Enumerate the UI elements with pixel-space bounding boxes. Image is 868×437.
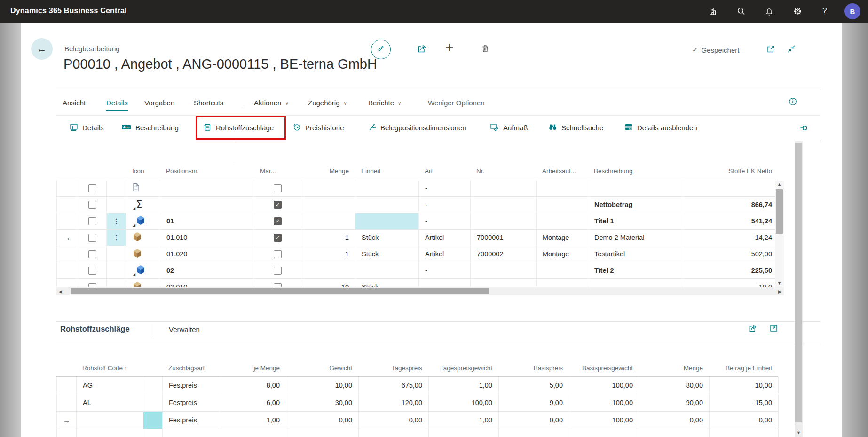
markiert-checkbox[interactable] [274, 234, 282, 242]
cell-je-menge[interactable]: 1,00 [221, 412, 286, 429]
scroll-down-arrow[interactable]: ▼ [777, 281, 781, 286]
cell-je-menge[interactable]: 6,00 [221, 394, 286, 411]
cell-basispreis[interactable]: 9,00 [499, 394, 569, 411]
cell-basispreisgewicht[interactable]: 100,00 [569, 377, 639, 394]
cell-basispreis[interactable]: 0,00 [499, 412, 569, 429]
cell-einheit[interactable]: Stück [355, 279, 419, 287]
cell-art[interactable]: Artikel [419, 230, 471, 246]
breadcrumb[interactable]: Belegbearbeitung [64, 45, 120, 53]
cell-gewicht[interactable]: 10,00 [286, 377, 359, 394]
scroll-left-arrow[interactable]: ◀ [59, 289, 62, 294]
col-header-menge[interactable]: Menge [301, 162, 355, 180]
col-header-basispreisgewicht[interactable]: Basispreisgewicht [569, 360, 639, 376]
row-select-checkbox[interactable] [88, 184, 96, 192]
back-button[interactable] [31, 38, 53, 60]
expander-icon[interactable] [133, 207, 135, 211]
scrollbar-thumb[interactable] [776, 189, 783, 234]
cell-gewicht[interactable]: 30,00 [286, 394, 359, 411]
cell-selected[interactable] [143, 412, 163, 429]
col-header-nr[interactable]: Nr. [470, 162, 536, 180]
col-header-icon[interactable]: Icon [126, 162, 160, 180]
cell-art[interactable]: - [419, 197, 471, 213]
cell-betrag-je-einheit[interactable]: 10,00 [710, 377, 779, 394]
cell-arbeitsauf[interactable] [537, 180, 588, 196]
markiert-checkbox[interactable] [274, 217, 282, 225]
cell-einheit-selected[interactable] [355, 213, 419, 229]
cell-nr[interactable] [471, 213, 537, 229]
menu-aktionen[interactable]: Aktionen∨ [254, 99, 289, 107]
cell-zuschlagsart[interactable]: Festpreis [163, 377, 221, 394]
edit-button[interactable] [371, 40, 391, 59]
cell-art[interactable]: - [419, 213, 471, 229]
cell-nr[interactable]: 7000002 [471, 246, 537, 262]
cell-beschreibung[interactable]: Titel 2 [588, 262, 682, 278]
row-select-checkbox[interactable] [88, 283, 96, 287]
col-header-positionsnr[interactable]: Positionsnr. [160, 162, 254, 180]
cell-menge[interactable]: 1 [301, 246, 355, 262]
cell-netto[interactable] [682, 180, 778, 196]
row-menu-icon[interactable] [113, 220, 120, 222]
cell-tagespreis[interactable]: 120,00 [359, 394, 429, 411]
markiert-checkbox[interactable] [274, 184, 282, 192]
cell-gewicht[interactable]: 0,00 [286, 412, 359, 429]
cell-menge[interactable]: 0,00 [639, 412, 710, 429]
share-icon[interactable] [748, 324, 757, 333]
cell-arbeitsauf[interactable]: Montage [537, 230, 588, 246]
cell-nr[interactable] [471, 180, 537, 196]
cell-rohstoff-code[interactable]: AL [77, 394, 143, 411]
cell-einheit[interactable]: Stück [355, 230, 419, 246]
toolbar-belegpositionsdimensionen-button[interactable]: Belegpositionsdimensionen [368, 122, 466, 133]
menu-weniger-optionen[interactable]: Weniger Optionen [428, 99, 485, 107]
settings-gear-icon[interactable] [793, 7, 802, 16]
cell-netto[interactable]: 14,24 [682, 230, 778, 246]
scroll-down-arrow[interactable]: ▼ [797, 430, 801, 435]
search-icon[interactable] [736, 7, 746, 16]
cell-betrag-je-einheit[interactable]: 0,00 [710, 412, 779, 429]
company-icon[interactable] [708, 7, 717, 16]
cell-einheit[interactable] [355, 197, 419, 213]
col-header-menge[interactable]: Menge [639, 360, 709, 376]
cell-zuschlagsart[interactable]: Festpreis [163, 394, 221, 411]
cell-art[interactable]: Artikel [419, 246, 471, 262]
cell-basispreisgewicht[interactable]: 100,00 [569, 412, 639, 429]
cell-menge[interactable] [301, 262, 355, 278]
markiert-checkbox[interactable] [274, 283, 282, 287]
pin-icon[interactable] [799, 123, 809, 133]
user-avatar[interactable]: B [844, 3, 860, 19]
col-header-einheit[interactable]: Einheit [355, 162, 418, 180]
delete-trash-icon[interactable] [481, 44, 490, 55]
cell-menge[interactable]: 1 [301, 230, 355, 246]
col-header-tagespreis[interactable]: Tagespreis [358, 360, 428, 376]
cell-je-menge[interactable]: 8,00 [221, 377, 286, 394]
col-header-markiert[interactable]: Mar... [254, 162, 301, 180]
cell-arbeitsauf[interactable] [537, 262, 588, 278]
col-header-stoffe-ek-netto[interactable]: Stoffe EK Netto [682, 162, 778, 180]
cell-nr[interactable] [471, 262, 537, 278]
cell-rohstoff-code[interactable] [77, 412, 143, 429]
cell-einheit[interactable] [355, 262, 419, 278]
cell-netto[interactable]: 225,50 [682, 262, 778, 278]
col-header-gewicht[interactable]: Gewicht [286, 360, 358, 376]
tab-details[interactable]: Details [106, 99, 128, 111]
toolbar-details-button[interactable]: Details [70, 122, 104, 133]
cell-arbeitsauf[interactable] [537, 279, 588, 287]
cell-menge[interactable] [301, 213, 355, 229]
cell-positionsnr[interactable]: 01 [160, 213, 254, 229]
toolbar-aufmass-button[interactable]: Aufmaß [490, 122, 528, 133]
cell-zuschlagsart[interactable]: Festpreis [163, 412, 221, 429]
cell-arbeitsauf[interactable] [537, 213, 588, 229]
cell-nr[interactable] [471, 279, 537, 287]
open-in-window-icon[interactable] [766, 44, 775, 56]
col-header-zuschlagsart[interactable]: Zuschlagsart [162, 360, 221, 376]
cell-menge[interactable]: 90,00 [639, 394, 710, 411]
verwalten-menu[interactable]: Verwalten [169, 326, 200, 334]
focus-mode-icon[interactable] [769, 324, 779, 333]
toolbar-beschreibung-button[interactable]: AbcBeschreibung [121, 122, 179, 133]
page-vertical-scrollbar[interactable]: ▼ [795, 141, 803, 437]
cell-beschreibung[interactable]: Titel 1 [588, 213, 682, 229]
cell-einheit[interactable] [355, 180, 419, 196]
col-header-beschreibung[interactable]: Beschreibung [588, 162, 682, 180]
lines-horizontal-scrollbar[interactable]: ◀ ▶ [56, 287, 784, 295]
cell-positionsnr[interactable]: 02 [160, 262, 254, 278]
markiert-checkbox[interactable] [274, 267, 282, 275]
